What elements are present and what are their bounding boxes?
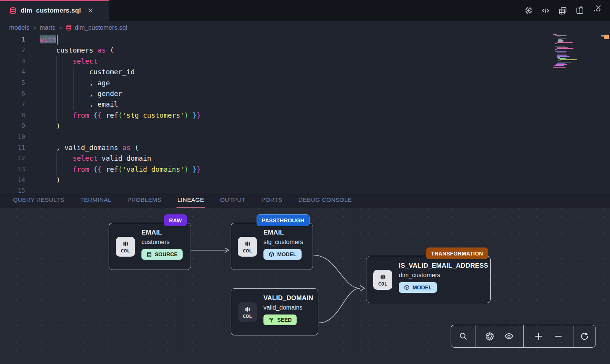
- panel-tab-query-results[interactable]: QUERY RESULTS: [12, 193, 65, 208]
- editor-scrollbar[interactable]: [602, 34, 610, 193]
- code-line[interactable]: 10: [0, 132, 610, 142]
- code-line[interactable]: 4 customer_id: [0, 67, 610, 77]
- line-number: 10: [0, 132, 25, 142]
- code-line[interactable]: 7 , email: [0, 99, 610, 110]
- panel-tab-ports[interactable]: PORTS: [260, 193, 283, 208]
- close-panel-icon[interactable]: [595, 4, 602, 11]
- code-text: customer_id: [25, 67, 135, 77]
- duplicate-tab-icon[interactable]: [558, 6, 567, 15]
- line-number: 7: [0, 99, 25, 110]
- line-number: 14: [0, 175, 25, 185]
- line-number: 1: [0, 34, 25, 45]
- scrollbar-selection-marker: [604, 35, 609, 39]
- cube-icon: [404, 284, 410, 291]
- code-text: , email: [25, 99, 118, 110]
- chip-label: COL: [243, 313, 252, 319]
- indent-guide: [56, 153, 57, 175]
- lineage-node-dim_customers[interactable]: COLIS_VALID_EMAIL_ADDRESSdim_customersMO…: [366, 256, 491, 303]
- panel-actions: [577, 0, 602, 15]
- database-icon: [9, 7, 17, 14]
- code-line[interactable]: 1with: [0, 34, 610, 45]
- lineage-node-valid_domains[interactable]: COLVALID_DOMAINvalid_domainsSEED: [231, 288, 318, 335]
- line-number: 6: [0, 88, 25, 99]
- columns-icon: [379, 273, 387, 281]
- code-text: [25, 185, 40, 193]
- breadcrumb-file[interactable]: dim_customers.sql: [66, 24, 127, 31]
- aperture-icon[interactable]: [485, 332, 494, 341]
- breadcrumb-file-label: dim_customers.sql: [75, 24, 127, 31]
- resource-badge-source: SOURCE: [141, 249, 183, 260]
- code-line[interactable]: 11 , valid_domains as (: [0, 142, 610, 153]
- code-line[interactable]: 13 from {{ ref('valid_domains') }}: [0, 164, 610, 175]
- code-text: customers as (: [25, 45, 114, 56]
- code-text: select valid_domain: [25, 153, 151, 164]
- chip-label: COL: [243, 248, 252, 254]
- column-chip: COL: [238, 237, 257, 257]
- code-line[interactable]: 9 ): [0, 121, 610, 131]
- dbt-ide-window: dim_customers.sql models >: [0, 0, 610, 364]
- resource-badge-model: MODEL: [263, 249, 302, 260]
- panel-tab-terminal[interactable]: TERMINAL: [79, 193, 112, 208]
- line-number: 3: [0, 56, 25, 67]
- lineage-node-customers[interactable]: COLEMAILcustomersSOURCERAW: [109, 223, 191, 270]
- chip-label: COL: [378, 281, 387, 287]
- node-text: EMAILcustomersSOURCE: [141, 229, 183, 260]
- current-line-border: [37, 35, 602, 35]
- expand-panel-icon[interactable]: [577, 4, 585, 11]
- open-code-icon[interactable]: [541, 6, 550, 15]
- lineage-canvas[interactable]: COLEMAILcustomersSOURCERAWCOLEMAILstg_cu…: [0, 208, 610, 364]
- breadcrumb-marts[interactable]: marts: [40, 24, 55, 31]
- code-line[interactable]: 2 customers as (: [0, 45, 610, 56]
- lineage-type-badge-raw: RAW: [164, 214, 187, 226]
- edge-valid-domains-to-dim-customers: [319, 288, 360, 323]
- indent-guide: [56, 56, 57, 121]
- code-line[interactable]: 3 select: [0, 56, 610, 67]
- code-text: , valid_domains as (: [25, 142, 139, 153]
- cube-icon: [268, 251, 274, 257]
- resource-badge-seed: SEED: [263, 315, 297, 325]
- panel-tab-debug-console[interactable]: DEBUG CONSOLE: [298, 193, 353, 208]
- dbt-power-user-icon[interactable]: [524, 6, 533, 15]
- editor-tab-bar: dim_customers.sql: [0, 0, 610, 21]
- line-number: 2: [0, 45, 25, 56]
- columns-icon: [244, 306, 251, 313]
- line-number: 9: [0, 121, 25, 131]
- code-line[interactable]: 5 , age: [0, 78, 610, 88]
- column-chip: COL: [373, 270, 392, 290]
- code-text: [25, 132, 40, 142]
- search-icon[interactable]: [459, 332, 468, 341]
- bottom-panel-tab-bar: QUERY RESULTSTERMINALPROBLEMSLINEAGEOUTP…: [0, 193, 610, 208]
- code-text: , age: [25, 78, 110, 88]
- code-editor[interactable]: 1with2 customers as (3 select4 customer_…: [0, 34, 610, 193]
- text-cursor: [57, 35, 58, 45]
- eye-icon[interactable]: [504, 331, 514, 341]
- code-line[interactable]: 12 select valid_domain: [0, 153, 610, 164]
- refresh-icon[interactable]: [580, 332, 589, 341]
- node-title: EMAIL: [263, 229, 303, 236]
- seedling-icon: [268, 317, 274, 323]
- breadcrumb-separator: >: [59, 24, 62, 31]
- lineage-type-badge-passthrough: PASSTHROUGH: [257, 214, 310, 226]
- line-number: 8: [0, 110, 25, 121]
- breadcrumb: models > marts > dim_customers.sql: [0, 21, 610, 34]
- node-subtitle: customers: [141, 239, 183, 246]
- tab-dim-customers[interactable]: dim_customers.sql: [0, 0, 109, 21]
- code-line[interactable]: 15: [0, 185, 610, 193]
- zoom-out-icon[interactable]: [553, 331, 563, 341]
- code-line[interactable]: 8 from {{ ref('stg_customers') }}: [0, 110, 610, 121]
- code-line[interactable]: 6 , gender: [0, 88, 610, 99]
- panel-tab-lineage[interactable]: LINEAGE: [177, 193, 205, 208]
- panel-tab-output[interactable]: OUTPUT: [219, 193, 246, 208]
- close-tab-icon[interactable]: [88, 8, 93, 13]
- zoom-in-icon[interactable]: [534, 331, 544, 341]
- code-line[interactable]: 14 ): [0, 175, 610, 185]
- minimap[interactable]: [553, 34, 596, 193]
- breadcrumb-models[interactable]: models: [9, 24, 29, 31]
- edge-stg-customers-to-dim-customers: [313, 255, 360, 288]
- lineage-node-stg_customers[interactable]: COLEMAILstg_customersMODELPASSTHROUGH: [231, 223, 313, 270]
- node-text: VALID_DOMAINvalid_domainsSEED: [263, 294, 313, 325]
- panel-tab-problems[interactable]: PROBLEMS: [127, 193, 162, 208]
- node-text: IS_VALID_EMAIL_ADDRESSdim_customersMODEL: [399, 262, 488, 293]
- code-text: from {{ ref('stg_customers') }}: [25, 110, 201, 121]
- code-text: from {{ ref('valid_domains') }}: [25, 164, 201, 175]
